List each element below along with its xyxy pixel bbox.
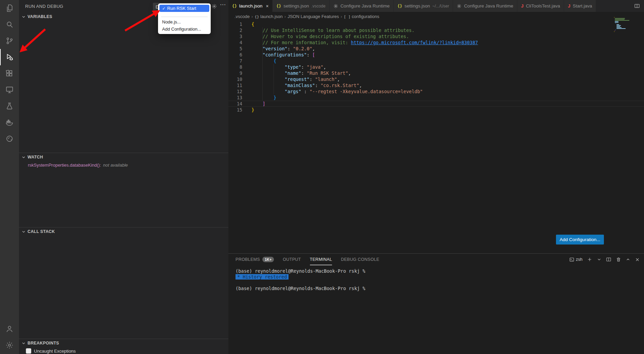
breadcrumb-item-json-language-features[interactable]: JSON Language Features [288,14,339,19]
source-control-icon[interactable] [0,33,19,49]
editor-tab-configure-java-runtime[interactable]: Configure Java Runtime [330,0,394,12]
tab-label: Configure Java Runtime [341,3,390,9]
uncaught-exceptions-checkbox[interactable] [26,348,31,354]
minimap-line [615,30,615,31]
code-line-11[interactable]: 11 "mainClass": "co.rsk.Start", [228,82,644,88]
watch-label: WATCH [28,155,43,159]
breadcrumb-label: launch.json [260,14,283,19]
terminal-output[interactable]: (base) reynoldmorel@Reynolds-MacBook-Pro… [228,265,644,291]
minimap[interactable] [614,17,635,32]
kill-terminal-trash-icon[interactable] [616,257,621,262]
code-line-12[interactable]: 12 "args" : "--regtest -Xkeyvalue.dataso… [228,88,644,95]
problems-count-badge: 1K+ [262,257,274,262]
menu-item-run-rsk-start[interactable]: ✓ Run RSK Start [159,5,209,12]
panel-tab-debug-console[interactable]: DEBUG CONSOLE [341,254,379,265]
code-line-10[interactable]: 10 "request": "launch", [228,76,644,82]
code-line-13[interactable]: 13 } [228,95,644,101]
indent-guide [262,27,263,101]
code-text: { [242,58,276,64]
maximize-panel-chevron-up-icon[interactable] [626,257,630,262]
code-line-9[interactable]: 9 "name": "Run RSK Start", [228,70,644,76]
panel-tab-problems[interactable]: PROBLEMS1K+ [236,254,274,265]
code-line-2[interactable]: 2 // Use IntelliSense to learn about pos… [228,27,644,33]
close-tab-icon[interactable]: × [266,3,268,9]
editor-tab-configure-java-runtime[interactable]: Configure Java Runtime [453,0,517,12]
explorer-icon[interactable] [0,0,19,16]
debug-settings-gear-icon[interactable] [211,3,217,9]
activity-bar-bottom [0,321,19,353]
code-text: // Hover to view descriptions of existin… [242,33,409,39]
terminal-shell-select[interactable]: zsh [569,257,582,262]
code-lines: 1{2 // Use IntelliSense to learn about p… [228,21,644,113]
breadcrumb-separator-icon: › [251,14,253,19]
sidebar-title: RUN AND DEBUG [25,4,63,9]
run-and-debug-icon[interactable] [0,49,19,65]
panel-tab-output[interactable]: OUTPUT [283,254,301,265]
minimap-line [616,24,619,25]
vscode-window: RUN AND DEBUG D ⋯ VARIABLES WATCH rskSys… [0,0,644,354]
extensions-icon[interactable] [0,65,19,82]
activity-bar-top [0,0,19,147]
code-line-6[interactable]: 6 "configurations": [ [228,52,644,58]
settings-gear-icon[interactable] [0,337,19,353]
code-line-4[interactable]: 4 // For more information, visit: https:… [228,39,644,46]
breadcrumb-label: .vscode [234,14,250,19]
code-line-3[interactable]: 3 // Hover to view descriptions of exist… [228,33,644,39]
minimap-line [616,26,620,27]
minimap-line [614,31,614,32]
minimap-line [616,28,626,29]
editor-tab-settings-json[interactable]: {}settings.json.vscode [273,0,329,12]
array-symbol-icon: [ ] [344,15,351,19]
breadcrumb: .vscode›{} launch.json›JSON Language Fea… [228,12,644,21]
editor-tab-bar: {}launch.json×{}settings.json.vscodeConf… [228,0,644,12]
add-configuration-button[interactable]: Add Configuration... [556,235,604,245]
new-terminal-plus-icon[interactable] [587,257,592,262]
line-number: 8 [228,64,242,70]
code-line-14[interactable]: 14 ] [228,101,644,107]
watch-expression-row[interactable]: rskSystemProperties.databaseKind():not a… [28,163,228,168]
watch-section-header[interactable]: WATCH [19,153,228,161]
gear-file-icon [457,4,462,9]
account-icon[interactable] [0,321,19,337]
line-number: 13 [228,95,242,101]
panel-tab-terminal[interactable]: TERMINAL [310,254,332,265]
code-line-7[interactable]: 7 { [228,58,644,64]
launch-profile-chevron-down-icon[interactable] [597,257,602,262]
java-file-icon: J [521,3,523,9]
docker-icon[interactable] [0,114,19,131]
menu-item-label: Run RSK Start [167,6,196,11]
split-terminal-icon[interactable] [606,257,611,262]
variables-label: VARIABLES [28,14,52,19]
code-text: ] [242,101,265,107]
code-line-1[interactable]: 1{ [228,21,644,27]
panel-tab-label: TERMINAL [310,257,332,262]
menu-item-add-configuration[interactable]: Add Configuration... [159,26,209,33]
remote-explorer-icon[interactable] [0,82,19,98]
java-file-icon: J [568,3,570,9]
editor-tab-start-java[interactable]: JStart.java [564,0,596,12]
search-icon[interactable] [0,16,19,33]
code-line-8[interactable]: 8 "type": "java", [228,64,644,70]
breadcrumb-item-launch-json[interactable]: {} launch.json [255,14,283,19]
editor-tab-clitoolstest-java[interactable]: JCliToolsTest.java [517,0,564,12]
editor-tab-settings-json[interactable]: {}settings.json~/.../User [394,0,453,12]
menu-item-nodejs[interactable]: Node.js... [159,18,209,26]
minimap-line [615,20,629,21]
breakpoints-section-header[interactable]: BREAKPOINTS [19,339,228,347]
editor-tab-launch-json[interactable]: {}launch.json× [228,0,273,12]
line-number: 2 [228,27,242,33]
more-actions-icon[interactable]: ⋯ [220,1,226,8]
split-editor-icon[interactable] [634,3,640,9]
close-panel-icon[interactable] [635,257,640,262]
json-file-icon: {} [232,4,237,9]
gradle-icon[interactable] [0,131,19,147]
code-line-5[interactable]: 5 "version": "0.2.0", [228,46,644,52]
call-stack-section-header[interactable]: CALL STACK [19,227,228,236]
breadcrumb-item-configurations[interactable]: [ ] configurations [344,14,379,19]
breadcrumb-label: configurations [352,14,379,19]
testing-icon[interactable] [0,98,19,114]
code-line-15[interactable]: 15} [228,107,644,113]
code-editor[interactable]: 1{2 // Use IntelliSense to learn about p… [228,21,644,137]
breadcrumb-item--vscode[interactable]: .vscode [234,14,250,19]
line-number: 3 [228,33,242,39]
